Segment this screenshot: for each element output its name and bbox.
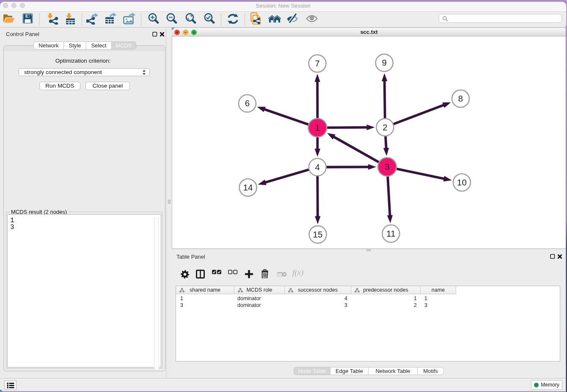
svg-text:11: 11	[386, 229, 395, 238]
svg-text:2: 2	[383, 122, 387, 132]
svg-text:9: 9	[382, 58, 386, 67]
svg-text:3: 3	[385, 162, 389, 171]
svg-text:4: 4	[315, 162, 319, 172]
svg-text:6: 6	[245, 98, 250, 108]
svg-text:10: 10	[457, 177, 467, 187]
svg-text:8: 8	[458, 94, 463, 103]
svg-text:1: 1	[315, 123, 320, 133]
svg-text:15: 15	[313, 229, 323, 239]
svg-text:7: 7	[315, 58, 319, 68]
svg-text:14: 14	[243, 182, 253, 192]
